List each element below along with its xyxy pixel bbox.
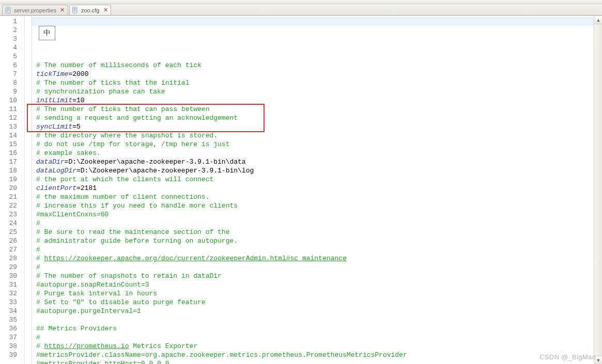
code-segment: syncLimit [36,123,72,131]
editor: 1234567891011121314151617181920212223242… [0,15,602,364]
file-icon [5,7,12,14]
code-segment: dataDir [36,158,65,166]
code-segment: # example sakes. [36,149,101,157]
code-segment: # [36,342,44,350]
svg-rect-1 [7,8,9,9]
fold-strip [25,16,32,364]
code-line[interactable]: # [36,245,602,254]
code-line[interactable]: # Set to "0" to disable auto purge featu… [36,298,602,307]
code-line[interactable]: initLimit=10 [36,96,602,105]
code-segment: #maxClientCnxns=60 [36,211,109,218]
code-segment: # sending a request and getting an ackno… [36,114,238,122]
code-line[interactable]: # The number of snapshots to retain in d… [36,272,602,280]
code-line[interactable]: # do not use /tmp for storage, /tmp here… [36,140,602,149]
code-line[interactable]: # The number of milliseconds of each tic… [36,61,602,70]
code-line[interactable]: # Be sure to read the maintenance sectio… [36,228,602,236]
code-segment: #autopurge.snapRetainCount=3 [36,281,149,289]
line-number: 26 [0,236,24,245]
code-segment: # the port at which the clients will con… [36,176,213,183]
code-line[interactable]: dataLogDir=D:\Zookeeper\apache-zookeeper… [36,166,602,175]
close-icon[interactable]: ✕ [59,7,66,13]
line-number: 5 [0,52,24,61]
code-line[interactable]: #metricsProvider.httpHost=0.0.0.0 [36,359,602,364]
line-number: 30 [0,272,24,280]
code-segment: # Set to "0" to disable auto purge featu… [36,298,206,306]
code-segment: tickTime [36,70,68,78]
code-segment: =5 [72,123,81,131]
code-segment: # The number of ticks that can pass betw… [36,105,209,113]
line-number: 35 [0,315,24,324]
line-number: 2 [0,26,24,35]
line-number: 4 [0,43,24,52]
code-line[interactable]: # The number of ticks that can pass betw… [36,105,602,114]
code-segment: initLimit [36,97,72,104]
tab-label: zoo.cfg [81,7,99,13]
line-number: 6 [0,61,24,70]
code-line[interactable]: # sending a request and getting an ackno… [36,114,602,122]
code-segment: =10 [72,97,84,104]
code-line[interactable]: #autopurge.purgeInterval=1 [36,307,602,315]
line-number: 31 [0,280,24,289]
code-line[interactable]: # [36,333,602,342]
tab-zoo-cfg[interactable]: zoo.cfg ✕ [69,5,111,15]
code-line[interactable]: ## Metrics Providers [36,324,602,333]
code-line[interactable]: # https://prometheus.io Metrics Exporter [36,342,602,351]
code-segment: # [36,263,40,271]
close-icon[interactable]: ✕ [102,7,109,13]
code-segment: =2181 [76,184,97,192]
code-segment: clientPort [36,184,76,192]
line-number: 1 [0,17,24,26]
code-line[interactable]: clientPort=2181 [36,184,602,193]
line-number: 36 [0,324,24,333]
code-segment: # do not use /tmp for storage, /tmp here… [36,140,229,148]
line-number: 17 [0,157,24,166]
ime-char: 中 [43,29,51,38]
code-segment: #metricsProvider.className=org.apache.zo… [36,351,407,359]
code-line[interactable]: # Purge task interval in hours [36,289,602,298]
code-segment: # the maximum number of client connectio… [36,193,209,201]
code-segment: #metricsProvider.httpHost=0.0.0.0 [36,360,169,364]
line-number: 3 [0,35,24,43]
scroll-up-button[interactable]: ▲ [594,16,602,24]
code-segment: https://zookeeper.apache.org/doc/current… [44,255,347,262]
line-number: 39 [0,351,24,359]
code-line[interactable]: #maxClientCnxns=60 [36,210,602,219]
code-line[interactable]: # example sakes. [36,149,602,157]
svg-rect-7 [74,11,75,11]
svg-rect-2 [7,10,9,10]
line-number: 13 [0,122,24,131]
code-line[interactable]: # The number of ticks that the initial [36,78,602,87]
scroll-down-button[interactable]: ▼ [594,356,602,364]
code-line[interactable]: # the maximum number of client connectio… [36,193,602,201]
line-number: 34 [0,307,24,315]
code-line[interactable]: # https://zookeeper.apache.org/doc/curre… [36,254,602,263]
code-line[interactable]: #metricsProvider.className=org.apache.zo… [36,351,602,359]
line-number: 20 [0,184,24,193]
line-number: 15 [0,140,24,149]
code-segment: # [36,255,44,262]
code-line[interactable]: # [36,263,602,272]
toolbar-strip [0,0,602,4]
tab-server-properties[interactable]: server.properties ✕ [2,5,68,15]
code-line[interactable]: # synchronization phase can take [36,87,602,96]
code-line[interactable]: syncLimit=5 [36,122,602,131]
line-number: 18 [0,166,24,175]
code-line[interactable]: # administrator guide before turning on … [36,236,602,245]
svg-rect-6 [74,10,76,10]
ime-candidate-box[interactable]: 中 [39,26,55,40]
code-line[interactable]: dataDir=D:\Zookeeper\apache-zookeeper-3.… [36,157,602,166]
code-line[interactable]: #autopurge.snapRetainCount=3 [36,280,602,289]
line-number: 24 [0,219,24,228]
code-area[interactable]: 中 # The number of milliseconds of each t… [32,16,602,364]
code-line[interactable]: # the directory where the snapshot is st… [36,131,602,140]
vertical-scrollbar[interactable]: ▲ ▼ [594,16,602,364]
code-segment: # The number of ticks that the initial [36,79,189,87]
line-number: 8 [0,78,24,87]
line-number: 25 [0,228,24,236]
code-line[interactable]: # the port at which the clients will con… [36,175,602,184]
code-line[interactable]: tickTime=2000 [36,70,602,78]
code-line[interactable]: # increase this if you need to handle mo… [36,201,602,210]
code-line[interactable]: # [36,219,602,228]
code-segment: =2000 [68,70,88,78]
code-line[interactable] [36,315,602,324]
